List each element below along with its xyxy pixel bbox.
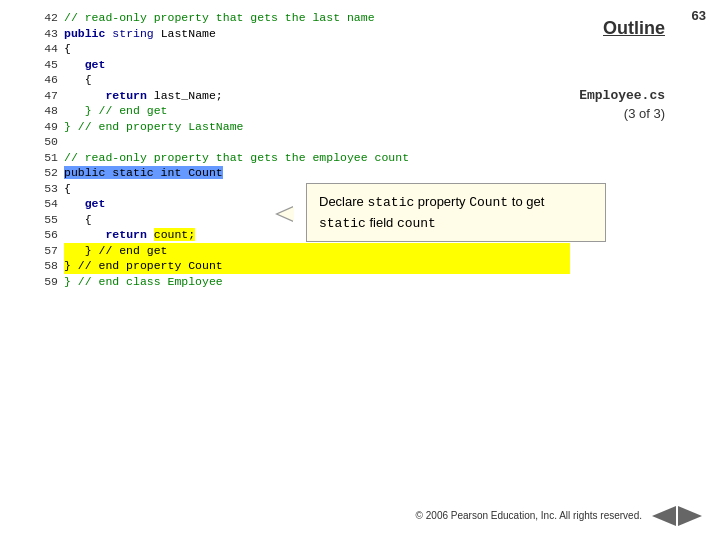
code-line-45: 45 get [30, 57, 570, 73]
line-num: 44 [30, 41, 58, 57]
code-text: // read-only property that gets the last… [64, 10, 570, 26]
line-num: 57 [30, 243, 58, 259]
line-num: 50 [30, 134, 58, 150]
callout-text: Declare static property Count to get sta… [319, 194, 544, 230]
line-num: 45 [30, 57, 58, 73]
code-text [64, 134, 570, 150]
nav-buttons [652, 506, 702, 526]
code-text: } // end class Employee [64, 274, 570, 290]
code-line-43: 43 public string LastName [30, 26, 570, 42]
line-num: 55 [30, 212, 58, 228]
code-text: } // end get [64, 243, 570, 259]
back-button[interactable] [652, 506, 676, 526]
code-line-59: 59 } // end class Employee [30, 274, 570, 290]
line-num: 53 [30, 181, 58, 197]
code-text: } // end property Count [64, 258, 570, 274]
code-line-51: 51 // read-only property that gets the e… [30, 150, 570, 166]
code-line-52: 52 public static int Count [30, 165, 570, 181]
line-num: 52 [30, 165, 58, 181]
page-number: 63 [692, 8, 706, 23]
code-line-47: 47 return last_Name; [30, 88, 570, 104]
line-num: 43 [30, 26, 58, 42]
line-num: 54 [30, 196, 58, 212]
footer: © 2006 Pearson Education, Inc. All right… [416, 506, 702, 526]
copyright-text: © 2006 Pearson Education, Inc. All right… [416, 509, 642, 523]
code-text: public static int Count [64, 165, 570, 181]
line-num: 49 [30, 119, 58, 135]
code-line-58: 58 } // end property Count [30, 258, 570, 274]
code-text: { [64, 72, 570, 88]
code-text: } // end property LastName [64, 119, 570, 135]
file-label: Employee.cs [579, 88, 665, 103]
line-num: 46 [30, 72, 58, 88]
code-text: } // end get [64, 103, 570, 119]
code-text: { [64, 41, 570, 57]
code-line-44: 44 { [30, 41, 570, 57]
line-num: 56 [30, 227, 58, 243]
code-text: return last_Name; [64, 88, 570, 104]
callout-box: Declare static property Count to get sta… [306, 183, 606, 242]
line-num: 51 [30, 150, 58, 166]
line-num: 47 [30, 88, 58, 104]
code-line-46: 46 { [30, 72, 570, 88]
code-line-48: 48 } // end get [30, 103, 570, 119]
code-line-42: 42 // read-only property that gets the l… [30, 10, 570, 26]
code-line-50: 50 [30, 134, 570, 150]
forward-button[interactable] [678, 506, 702, 526]
line-num: 42 [30, 10, 58, 26]
code-line-49: 49 } // end property LastName [30, 119, 570, 135]
line-num: 48 [30, 103, 58, 119]
code-text: public string LastName [64, 26, 570, 42]
line-num: 59 [30, 274, 58, 290]
outline-title: Outline [603, 18, 665, 39]
callout-arrow-inner [278, 207, 294, 221]
code-text: get [64, 57, 570, 73]
page-of-label: (3 of 3) [624, 106, 665, 121]
code-area: 42 // read-only property that gets the l… [30, 10, 570, 289]
code-line-57: 57 } // end get [30, 243, 570, 259]
code-text: // read-only property that gets the empl… [64, 150, 570, 166]
line-num: 58 [30, 258, 58, 274]
